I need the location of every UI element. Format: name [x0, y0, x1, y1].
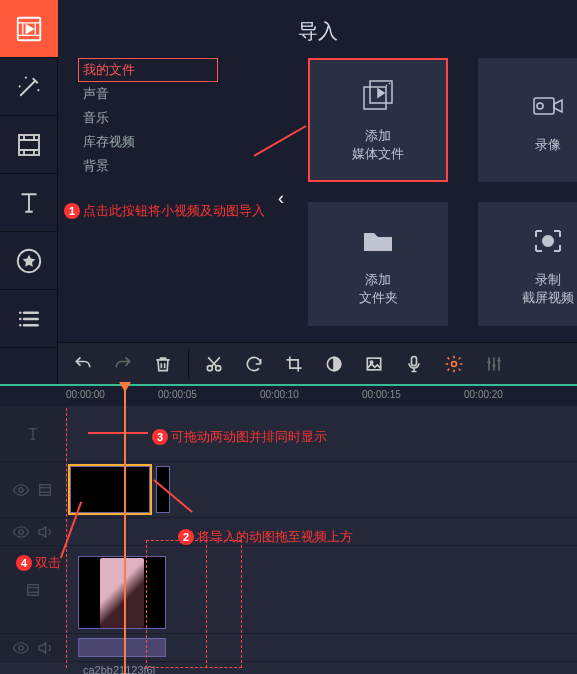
tick-label: 00:00:05	[158, 389, 197, 400]
source-list: 我的文件 声音 音乐 库存视频 背景	[78, 58, 218, 178]
list-tab[interactable]	[0, 290, 58, 348]
overlay-track-head[interactable]	[0, 462, 66, 517]
film-track-icon	[24, 581, 42, 599]
overlay-clip-2[interactable]	[156, 466, 170, 513]
svg-point-6	[537, 103, 543, 109]
source-stock[interactable]: 库存视频	[78, 130, 218, 154]
crop-button[interactable]	[275, 346, 313, 382]
video-audio-head[interactable]	[0, 634, 66, 661]
filmstrip-icon	[14, 130, 44, 160]
text-track-head[interactable]	[0, 406, 66, 461]
overlay-audio-head[interactable]	[0, 518, 66, 545]
rotate-button[interactable]	[235, 346, 273, 382]
wand-tab[interactable]	[0, 58, 58, 116]
screencast-icon	[528, 221, 568, 261]
svg-point-17	[19, 529, 24, 534]
folder-icon	[358, 221, 398, 261]
contrast-button[interactable]	[315, 346, 353, 382]
svg-point-15	[19, 487, 24, 492]
source-bg[interactable]: 背景	[78, 154, 218, 178]
camera-icon	[528, 86, 568, 126]
settings-button[interactable]	[435, 346, 473, 382]
text-icon	[14, 188, 44, 218]
source-sounds[interactable]: 声音	[78, 82, 218, 106]
star-tab[interactable]	[0, 232, 58, 290]
undo-button[interactable]	[64, 346, 102, 382]
svg-point-14	[452, 361, 457, 366]
screencast-card[interactable]: 录制截屏视频	[478, 202, 577, 326]
source-music[interactable]: 音乐	[78, 106, 218, 130]
chevron-left-icon[interactable]: ‹	[278, 188, 284, 209]
annotation-1: 1点击此按钮将小视频及动图导入	[64, 202, 265, 220]
svg-point-7	[543, 236, 553, 246]
svg-rect-18	[28, 584, 39, 595]
film-tab[interactable]	[0, 116, 58, 174]
annotation-3: 3可拖动两动图并排同时显示	[152, 428, 327, 446]
video-audio-track[interactable]: ca2bb21123f6l	[66, 634, 577, 661]
svg-rect-13	[412, 356, 417, 365]
audio-clip[interactable]: ca2bb21123f6l	[78, 638, 166, 657]
mic-button[interactable]	[395, 346, 433, 382]
eye-icon	[12, 639, 30, 657]
cut-button[interactable]	[195, 346, 233, 382]
svg-rect-16	[40, 484, 51, 495]
overlay-clip-1[interactable]	[70, 466, 150, 513]
playhead[interactable]	[124, 384, 126, 674]
film-track-icon	[36, 481, 54, 499]
video-clip[interactable]	[78, 556, 166, 629]
delete-button[interactable]	[144, 346, 182, 382]
add-folder-card[interactable]: 添加文件夹	[308, 202, 448, 326]
image-button[interactable]	[355, 346, 393, 382]
svg-point-19	[19, 645, 24, 650]
tick-label: 00:00:20	[464, 389, 503, 400]
media-files-icon	[358, 77, 398, 117]
magic-wand-icon	[14, 72, 44, 102]
text-tab[interactable]	[0, 174, 58, 232]
svg-rect-11	[367, 358, 380, 370]
record-camera-card[interactable]: 录像	[478, 58, 577, 182]
tick-label: 00:00:15	[362, 389, 401, 400]
timeline-ruler[interactable]: 00:00:00 00:00:05 00:00:10 00:00:15 00:0…	[0, 384, 577, 406]
timeline-toolbar	[58, 342, 577, 384]
redo-button[interactable]	[104, 346, 142, 382]
speaker-icon	[36, 639, 54, 657]
add-media-card[interactable]: 添加媒体文件	[308, 58, 448, 182]
clip-label: ca2bb21123f6l	[83, 664, 155, 674]
tick-label: 00:00:00	[66, 389, 105, 400]
film-play-icon	[14, 14, 44, 44]
tick-label: 00:00:10	[260, 389, 299, 400]
source-my-files[interactable]: 我的文件	[78, 58, 218, 82]
eye-icon	[12, 481, 30, 499]
annotation-2: 2将导入的动图拖至视频上方	[178, 528, 353, 546]
page-title: 导入	[58, 0, 577, 55]
media-tab[interactable]	[0, 0, 58, 58]
svg-rect-1	[19, 135, 39, 155]
overlay-track[interactable]	[66, 462, 577, 517]
equalizer-button[interactable]	[475, 346, 513, 382]
list-icon	[14, 304, 44, 334]
svg-rect-3	[364, 87, 386, 109]
speaker-icon	[36, 523, 54, 541]
annotation-4: 4双击	[16, 554, 61, 572]
video-track[interactable]	[66, 546, 577, 633]
eye-icon	[12, 523, 30, 541]
text-track-icon	[24, 425, 42, 443]
star-circle-icon	[14, 246, 44, 276]
